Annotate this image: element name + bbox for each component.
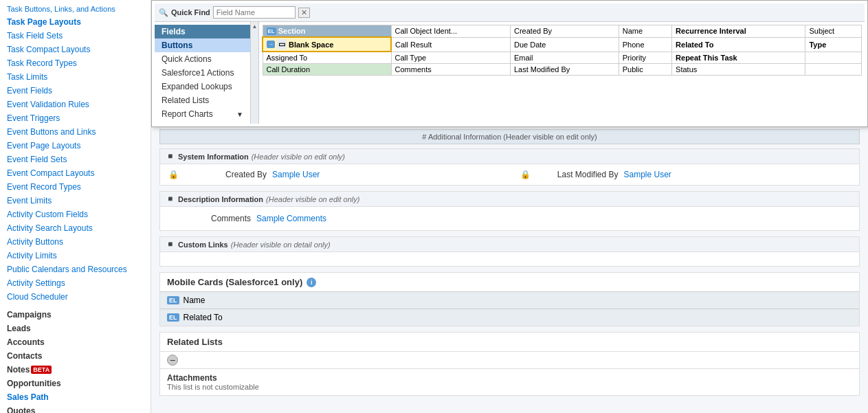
sidebar-item-event-compact-layouts[interactable]: Event Compact Layouts: [0, 166, 151, 180]
field-cell-name[interactable]: Name: [619, 25, 671, 38]
attachments-subtitle: This list is not customizable: [167, 383, 852, 391]
field-cell-call-duration[interactable]: Call Duration: [263, 64, 391, 76]
field-cell-due-date[interactable]: Due Date: [510, 37, 619, 52]
sidebar-item-event-limits[interactable]: Event Limits: [0, 194, 151, 208]
dropdown-item-salesforce1[interactable]: Salesforce1 Actions: [155, 66, 250, 80]
sidebar-item-task-page-layouts[interactable]: Task Page Layouts: [0, 15, 151, 29]
description-information-header: ◾ Description Information (Header visibl…: [160, 192, 859, 207]
sidebar-item-task-compact-layouts[interactable]: Task Compact Layouts: [0, 43, 151, 56]
description-information-title: Description Information: [178, 195, 263, 203]
minus-button[interactable]: −: [167, 355, 178, 366]
mobile-cards-section: Mobile Cards (Salesforce1 only) i EL Nam…: [159, 272, 860, 326]
sidebar-item-event-triggers[interactable]: Event Triggers: [0, 111, 151, 125]
field-cell-priority[interactable]: Priority: [619, 52, 671, 64]
system-information-body: 🔒 Created By Sample User 🔒 Last Modified…: [160, 164, 859, 185]
fields-dropdown: 🔍 Quick Find ✕ Fields Buttons Quick Acti…: [151, 0, 868, 127]
field-cell-comments[interactable]: Comments: [391, 64, 510, 76]
field-cell-subject[interactable]: Subject: [805, 25, 862, 38]
sidebar-item-event-field-sets[interactable]: Event Field Sets: [0, 153, 151, 166]
field-cell-empty1: [805, 52, 862, 64]
sidebar-item-activity-settings[interactable]: Activity Settings: [0, 276, 151, 290]
sidebar-item-event-buttons-links[interactable]: Event Buttons and Links: [0, 125, 151, 139]
field-cell-blank-space[interactable]: → ▭ Blank Space: [263, 37, 391, 52]
attachments-block: Attachments This list is not customizabl…: [160, 368, 859, 395]
sidebar-item-task-field-sets[interactable]: Task Field Sets: [0, 29, 151, 43]
sidebar-item-task-limits[interactable]: Task Limits: [0, 70, 151, 84]
sidebar-item-activity-custom-fields[interactable]: Activity Custom Fields: [0, 208, 151, 221]
search-icon: 🔍: [159, 8, 168, 17]
field-cell-call-type[interactable]: Call Type: [391, 52, 510, 64]
dropdown-item-quick-actions[interactable]: Quick Actions: [155, 52, 250, 66]
field-cell-assigned-to[interactable]: Assigned To: [263, 52, 391, 64]
sidebar-category-contacts: Contacts: [0, 349, 151, 363]
field-cell-empty2: [805, 64, 862, 76]
sidebar-category-leads: Leads: [0, 322, 151, 335]
field-cell-type[interactable]: Type: [805, 37, 862, 52]
mobile-card-related-label: Related To: [183, 313, 223, 322]
el-badge-name: EL: [167, 296, 179, 304]
quick-find-input[interactable]: [213, 6, 296, 19]
quick-find-clear-button[interactable]: ✕: [298, 8, 310, 18]
sidebar-item-event-record-types[interactable]: Event Record Types: [0, 180, 151, 194]
table-row: Assigned To Call Type Email Priority Rep…: [263, 52, 862, 64]
dropdown-right-panel: EL Section Call Object Ident... Created …: [259, 22, 865, 124]
description-information-body: Comments Sample Comments: [160, 207, 859, 230]
dropdown-item-expanded-lookups[interactable]: Expanded Lookups: [155, 80, 250, 93]
last-modified-value[interactable]: Sample User: [624, 170, 671, 179]
mobile-cards-header: Mobile Cards (Salesforce1 only) i: [160, 273, 859, 291]
field-cell-call-result[interactable]: Call Result: [391, 37, 510, 52]
created-by-label: Created By: [184, 170, 267, 179]
info-icon: i: [307, 278, 316, 287]
field-cell-repeat-task[interactable]: Repeat This Task: [672, 52, 805, 64]
sidebar-item-task-record-types[interactable]: Task Record Types: [0, 56, 151, 70]
sidebar-item-event-validation-rules[interactable]: Event Validation Rules: [0, 98, 151, 111]
field-cell-created-by[interactable]: Created By: [510, 25, 619, 38]
system-information-title: System Information: [178, 153, 249, 161]
additional-info-banner: # Additional Information (Header visible…: [159, 129, 860, 144]
sidebar-item-activity-buttons[interactable]: Activity Buttons: [0, 235, 151, 249]
lock-icon-created: 🔒: [168, 170, 179, 179]
field-cell-last-modified[interactable]: Last Modified By: [510, 64, 619, 76]
sidebar-category-sales-path: Sales Path: [0, 390, 151, 404]
field-cell-public[interactable]: Public: [619, 64, 671, 76]
sidebar-item-task-buttons[interactable]: Task Buttons, Links, and Actions: [0, 3, 151, 15]
mobile-card-related-to[interactable]: EL Related To: [160, 309, 859, 326]
field-cell-call-object[interactable]: Call Object Ident...: [391, 25, 510, 38]
created-by-value[interactable]: Sample User: [272, 170, 320, 179]
custom-links-title: Custom Links: [178, 241, 228, 249]
sidebar-item-public-calendars[interactable]: Public Calendars and Resources: [0, 263, 151, 276]
quick-find-bar: 🔍 Quick Find ✕: [155, 3, 865, 22]
field-cell-related-to[interactable]: Related To: [672, 37, 805, 52]
sidebar-item-activity-search-layouts[interactable]: Activity Search Layouts: [0, 221, 151, 235]
sidebar-item-activity-limits[interactable]: Activity Limits: [0, 249, 151, 263]
system-information-header: ◾ System Information (Header visible on …: [160, 149, 859, 164]
dropdown-left-panel: Fields Buttons Quick Actions Salesforce1…: [155, 22, 251, 124]
field-cell-status[interactable]: Status: [672, 64, 805, 76]
dropdown-item-report-charts[interactable]: Report Charts ▼: [155, 107, 250, 121]
system-info-row: 🔒 Created By Sample User 🔒 Last Modified…: [168, 168, 851, 181]
mobile-cards-title: Mobile Cards (Salesforce1 only): [167, 277, 302, 287]
field-cell-phone[interactable]: Phone: [619, 37, 671, 52]
related-lists-section: Related Lists − Attachments This list is…: [159, 332, 860, 396]
comments-row: Comments Sample Comments: [168, 211, 851, 226]
sidebar-item-cloud-scheduler[interactable]: Cloud Scheduler: [0, 290, 151, 304]
dropdown-item-related-lists[interactable]: Related Lists: [155, 93, 250, 107]
created-by-col: 🔒 Created By Sample User: [168, 168, 500, 181]
sidebar-item-event-fields[interactable]: Event Fields: [0, 84, 151, 98]
field-cell-section[interactable]: EL Section: [263, 25, 391, 38]
created-by-row: 🔒 Created By Sample User: [168, 168, 500, 181]
custom-links-header: ◾ Custom Links (Header visible on detail…: [160, 237, 859, 252]
dropdown-item-buttons[interactable]: Buttons: [155, 38, 250, 52]
table-row: EL Section Call Object Ident... Created …: [263, 25, 862, 38]
field-cell-email[interactable]: Email: [510, 52, 619, 64]
mobile-card-name[interactable]: EL Name: [160, 291, 859, 309]
sidebar-item-event-page-layouts[interactable]: Event Page Layouts: [0, 139, 151, 153]
field-cell-recurrence[interactable]: Recurrence Interval: [672, 25, 805, 38]
description-information-section: ◾ Description Information (Header visibl…: [159, 191, 860, 231]
custom-links-section: ◾ Custom Links (Header visible on detail…: [159, 236, 860, 267]
lock-icon-modified: 🔒: [520, 170, 531, 179]
related-lists-header: Related Lists: [160, 333, 859, 351]
sidebar: Task Buttons, Links, and Actions Task Pa…: [0, 0, 151, 413]
beta-badge: BETA: [31, 366, 52, 374]
scroll-up-arrow[interactable]: ▲: [251, 22, 259, 31]
